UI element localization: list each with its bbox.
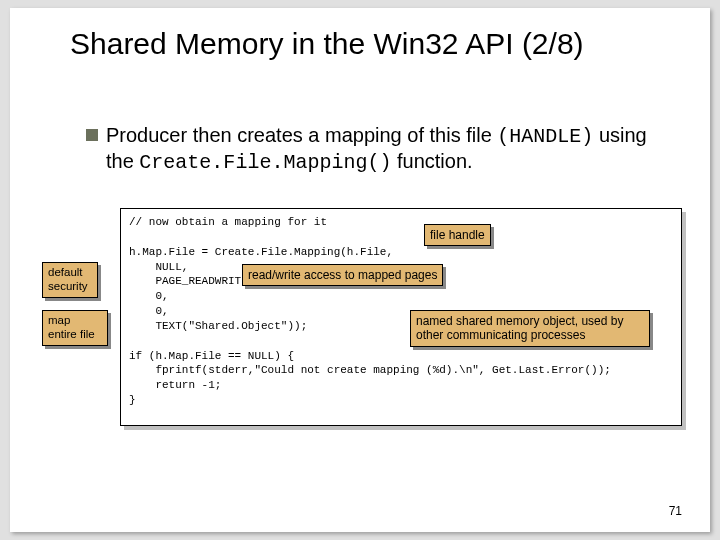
label-file-handle: file handle [424,224,491,246]
label-map-entire-file: map entire file [42,310,108,346]
bullet-square-icon [86,129,98,141]
page-number: 71 [669,504,682,518]
bullet-code-1: (HANDLE) [497,125,593,148]
bullet-text-1: Producer then creates a mapping of this … [106,124,497,146]
label-named-object: named shared memory object, used by othe… [410,310,650,347]
label-rw-access: read/write access to mapped pages [242,264,443,286]
bullet-code-2: Create.File.Mapping() [139,151,391,174]
bullet-text-3: function. [391,150,472,172]
label-default-security: default security [42,262,98,298]
bullet-item: Producer then creates a mapping of this … [106,123,666,175]
slide-title: Shared Memory in the Win32 API (2/8) [70,26,584,62]
slide: Shared Memory in the Win32 API (2/8) Pro… [10,8,710,532]
